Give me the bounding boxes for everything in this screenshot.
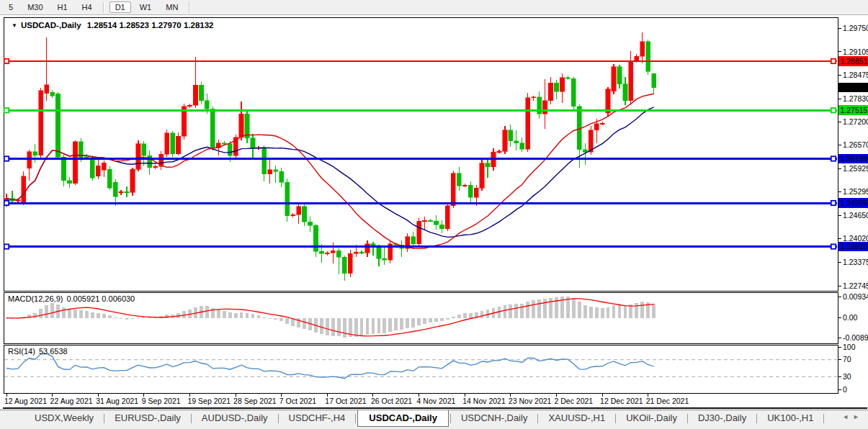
- line-anchor-handle[interactable]: [831, 108, 836, 112]
- chart-canvas: 1.297501.291051.284751.278301.272001.265…: [0, 0, 868, 410]
- tab-scroll-right-icon[interactable]: ►: [853, 413, 864, 420]
- macd-values: 0.005921 0.006030: [66, 294, 135, 303]
- svg-text:1.23375: 1.23375: [843, 258, 868, 266]
- line-anchor-handle[interactable]: [831, 244, 836, 248]
- tab-divider: [756, 414, 757, 423]
- svg-text:14 Nov 2021: 14 Nov 2021: [462, 397, 506, 405]
- tab-divider: [687, 414, 688, 423]
- svg-text:19 Sep 2021: 19 Sep 2021: [187, 397, 231, 405]
- svg-text:4 Nov 2021: 4 Nov 2021: [417, 397, 456, 405]
- svg-text:0: 0: [843, 385, 847, 394]
- macd-axis: 0.0093450.00-0.008905: [838, 292, 868, 342]
- svg-text:-0.008905: -0.008905: [843, 333, 868, 342]
- macd-indicator-label: MACD(12,26,9)0.005921 0.006030: [8, 294, 135, 303]
- line-anchor-handle[interactable]: [831, 59, 836, 63]
- rsi-name: RSI(14): [8, 347, 35, 356]
- svg-text:12 Aug 2021: 12 Aug 2021: [4, 397, 47, 405]
- svg-text:0.00: 0.00: [843, 313, 858, 322]
- svg-text:1.25295: 1.25295: [843, 187, 868, 196]
- panel-borders: [3, 18, 867, 408]
- price-badge: 1.23810: [838, 242, 868, 252]
- chart-tab-bar: USDX,WeeklyEURUSD-,DailyAUDUSD-,DailyUSD…: [0, 410, 868, 429]
- svg-text:1.22745: 1.22745: [843, 281, 868, 290]
- chart-title: ▼USDCAD-,Daily1.28514 1.28523 1.27970 1.…: [12, 21, 214, 30]
- mt4-chart-window: 5M30H1H4D1W1MN 1.297501.291051.284751.27…: [0, 0, 868, 429]
- price-badge: 1.26199: [838, 154, 868, 164]
- line-anchor-handle[interactable]: [4, 59, 9, 63]
- svg-text:1.26570: 1.26570: [843, 140, 868, 149]
- svg-text:1.29105: 1.29105: [843, 48, 868, 56]
- chart-tab-eurusd[interactable]: EURUSD-,Daily: [106, 410, 189, 426]
- svg-text:1.28475: 1.28475: [843, 71, 868, 79]
- svg-text:21 Dec 2021: 21 Dec 2021: [646, 397, 689, 405]
- svg-text:28 Sep 2021: 28 Sep 2021: [233, 397, 277, 405]
- rsi-value: 53.6538: [39, 347, 68, 356]
- svg-text:1.24995: 1.24995: [841, 199, 868, 207]
- tab-divider: [450, 414, 451, 423]
- price-badge: 1.28132: [838, 83, 868, 93]
- svg-text:1.28132: 1.28132: [841, 83, 868, 91]
- price-axis: 1.297501.291051.284751.278301.272001.265…: [838, 24, 868, 290]
- tab-divider: [278, 414, 279, 423]
- chart-tab-xauusd[interactable]: XAUUSD-,H1: [540, 410, 614, 426]
- svg-text:26 Oct 2021: 26 Oct 2021: [371, 397, 412, 405]
- price-badge: 1.27515: [838, 105, 868, 115]
- chart-ohlc-values: 1.28514 1.28523 1.27970 1.28132: [87, 21, 214, 30]
- chart-tab-ukoil[interactable]: UKOil-,Daily: [617, 410, 686, 426]
- rsi-axis: 10070300: [838, 343, 856, 394]
- svg-text:70: 70: [843, 355, 851, 363]
- svg-text:1.27830: 1.27830: [843, 94, 868, 103]
- svg-text:22 Aug 2021: 22 Aug 2021: [50, 397, 93, 405]
- svg-text:0.009345: 0.009345: [843, 292, 868, 301]
- symbol-dropdown-icon[interactable]: ▼: [12, 22, 17, 29]
- line-anchor-handle[interactable]: [4, 201, 9, 205]
- tab-divider: [104, 414, 104, 423]
- macd-name: MACD(12,26,9): [8, 294, 63, 303]
- price-badge: 1.28851: [838, 56, 868, 66]
- chart-symbol-period: USDCAD-,Daily: [21, 21, 81, 30]
- chart-tab-usdx[interactable]: USDX,Weekly: [26, 410, 102, 426]
- svg-text:17 Oct 2021: 17 Oct 2021: [325, 397, 366, 405]
- svg-text:23 Nov 2021: 23 Nov 2021: [509, 397, 552, 405]
- tab-divider: [355, 414, 356, 423]
- chart-tab-usdcnh[interactable]: USDCNH-,Daily: [452, 410, 536, 426]
- svg-text:31 Aug 2021: 31 Aug 2021: [96, 397, 138, 405]
- svg-text:1.25925: 1.25925: [843, 164, 868, 173]
- line-anchor-handle[interactable]: [4, 108, 9, 112]
- line-anchor-handle[interactable]: [831, 156, 836, 161]
- line-anchor-handle[interactable]: [4, 156, 9, 161]
- price-badge: 1.24995: [838, 198, 868, 208]
- svg-text:30: 30: [843, 372, 851, 381]
- svg-text:1.23810: 1.23810: [841, 242, 868, 250]
- svg-text:9 Sep 2021: 9 Sep 2021: [142, 397, 181, 405]
- chart-tab-dj30[interactable]: DJ30-,Daily: [689, 410, 755, 426]
- svg-text:100: 100: [843, 343, 856, 351]
- svg-text:1.28851: 1.28851: [841, 57, 868, 66]
- svg-text:12 Dec 2021: 12 Dec 2021: [600, 397, 643, 405]
- tab-scroll-left-icon[interactable]: ◄: [842, 413, 853, 420]
- tab-divider: [615, 414, 616, 423]
- svg-text:7 Oct 2021: 7 Oct 2021: [279, 397, 317, 405]
- line-anchor-handle[interactable]: [4, 244, 9, 248]
- rsi-indicator-label: RSI(14)53.6538: [8, 347, 68, 356]
- tab-divider: [537, 414, 538, 423]
- svg-text:1.27200: 1.27200: [843, 117, 868, 126]
- chart-tab-usdchf[interactable]: USDCHF-,H4: [280, 410, 354, 426]
- chart-tab-audusd[interactable]: AUDUSD-,Daily: [193, 410, 277, 426]
- svg-text:1.29750: 1.29750: [843, 24, 868, 32]
- tab-divider: [823, 414, 824, 423]
- svg-text:1.24650: 1.24650: [843, 211, 868, 220]
- svg-text:1.27515: 1.27515: [841, 106, 868, 114]
- date-axis: 12 Aug 202122 Aug 202131 Aug 20219 Sep 2…: [4, 394, 689, 405]
- tab-divider: [191, 414, 192, 423]
- chart-tab-usdcad[interactable]: USDCAD-,Daily: [357, 410, 449, 427]
- svg-text:2 Dec 2021: 2 Dec 2021: [554, 397, 593, 405]
- svg-text:1.26199: 1.26199: [841, 154, 868, 163]
- tab-scroll-arrows: ◄►: [842, 413, 864, 420]
- line-anchor-handle[interactable]: [831, 201, 836, 205]
- chart-tab-uk100[interactable]: UK100-,H1: [759, 410, 822, 426]
